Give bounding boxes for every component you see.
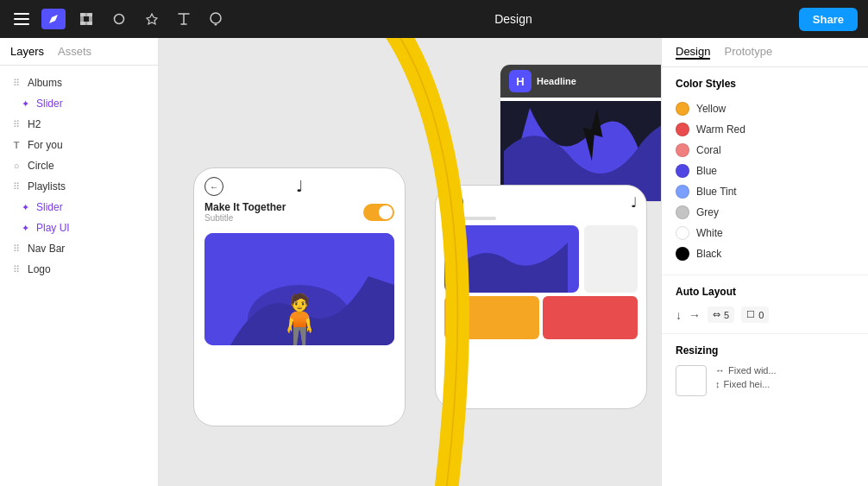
padding-icon: ☐ bbox=[746, 309, 755, 320]
sticker-panel-header: H Headline bbox=[500, 65, 661, 98]
arrow-down-icon[interactable]: ↓ bbox=[676, 308, 682, 322]
panel-tabs: Layers Assets bbox=[0, 38, 158, 66]
color-swatch-warm-red bbox=[676, 123, 689, 136]
layer-item-nav-bar[interactable]: ⠿ Nav Bar bbox=[0, 238, 158, 259]
frame-tool[interactable] bbox=[74, 9, 98, 29]
tab-assets[interactable]: Assets bbox=[58, 45, 91, 58]
layer-item-albums[interactable]: ⠿ Albums bbox=[0, 73, 158, 93]
color-name-blue: Blue bbox=[696, 165, 717, 177]
layer-name-for-you: For you bbox=[28, 139, 63, 151]
move-tool[interactable] bbox=[41, 9, 66, 29]
color-item-grey[interactable]: Grey bbox=[676, 202, 854, 223]
color-name-grey: Grey bbox=[696, 206, 719, 218]
phone-music-icon-left: ♩ bbox=[296, 177, 303, 196]
layer-item-for-you[interactable]: T For you bbox=[0, 135, 158, 155]
layer-item-slider2[interactable]: ✦ Slider bbox=[0, 197, 158, 218]
toolbar-center: Design bbox=[235, 12, 792, 26]
color-name-white: White bbox=[696, 227, 723, 239]
color-swatch-coral bbox=[676, 143, 689, 157]
grid-icon-nav: ⠿ bbox=[10, 243, 22, 255]
color-styles-title: Color Styles bbox=[676, 78, 854, 90]
color-item-coral[interactable]: Coral bbox=[676, 140, 854, 161]
color-swatch-grey bbox=[676, 205, 689, 219]
tab-design[interactable]: Design bbox=[676, 45, 710, 60]
tab-layers[interactable]: Layers bbox=[10, 45, 44, 58]
phone-thumb bbox=[584, 225, 638, 293]
color-item-warm-red[interactable]: Warm Red bbox=[676, 119, 854, 140]
phone-title-left: Make It Together bbox=[204, 201, 286, 213]
layer-item-circle[interactable]: ○ Circle bbox=[0, 155, 158, 176]
color-item-blue[interactable]: Blue bbox=[676, 161, 854, 181]
right-panel-tabs: Design Prototype bbox=[662, 38, 868, 67]
tab-prototype[interactable]: Prototype bbox=[724, 45, 772, 60]
phone-album-image: ▶ bbox=[444, 225, 579, 293]
phone-back-btn-right[interactable]: ← bbox=[444, 193, 463, 211]
resizing-content: ↔ Fixed wid... ↕ Fixed hei... bbox=[676, 365, 854, 396]
fixed-height-label: Fixed hei... bbox=[724, 379, 771, 389]
toggle-switch-left[interactable] bbox=[363, 204, 394, 221]
spacing-field[interactable]: ⇔ 5 bbox=[708, 306, 734, 323]
color-name-warm-red: Warm Red bbox=[696, 123, 745, 136]
play-button-right[interactable]: ▶ bbox=[449, 269, 468, 288]
sticker-icon-label: H bbox=[516, 75, 524, 88]
fixed-width-label: Fixed wid... bbox=[728, 365, 777, 376]
phone-top-bar-left: ← ♩ bbox=[194, 168, 405, 201]
phone-image-area-left: 🧍 bbox=[204, 233, 394, 345]
resize-fixed-width[interactable]: ↔ Fixed wid... bbox=[715, 365, 777, 376]
color-swatch-blue-tint bbox=[676, 185, 689, 199]
toolbar-right: Share bbox=[799, 8, 858, 31]
color-name-black: Black bbox=[696, 248, 721, 260]
layer-item-play-ui[interactable]: ✦ Play UI bbox=[0, 218, 158, 238]
comment-tool[interactable] bbox=[204, 9, 228, 29]
padding-value: 0 bbox=[758, 310, 764, 320]
right-panel: Design Prototype Color Styles Yellow War… bbox=[661, 38, 868, 486]
fixed-width-icon: ↔ bbox=[715, 365, 725, 376]
layer-name-logo: Logo bbox=[28, 263, 51, 275]
layer-item-slider1[interactable]: ✦ Slider bbox=[0, 93, 158, 114]
color-swatch-white bbox=[676, 226, 689, 240]
toolbar: Design Share bbox=[0, 0, 868, 38]
resize-fixed-height[interactable]: ↕ Fixed hei... bbox=[715, 379, 777, 389]
circle-tool[interactable] bbox=[107, 9, 131, 29]
pen-tool[interactable] bbox=[140, 9, 164, 29]
share-button[interactable]: Share bbox=[799, 8, 858, 31]
color-item-yellow[interactable]: Yellow bbox=[676, 98, 854, 119]
text-tool[interactable] bbox=[173, 9, 195, 29]
arrow-right-icon[interactable]: → bbox=[689, 308, 701, 322]
sticker-panel: H Headline ✳ bbox=[500, 64, 661, 202]
color-swatch-black bbox=[676, 247, 689, 261]
color-name-blue-tint: Blue Tint bbox=[696, 186, 737, 198]
canvas[interactable]: H Headline ✳ bbox=[159, 38, 661, 486]
layer-item-h2[interactable]: ⠿ H2 bbox=[0, 114, 158, 135]
color-item-white[interactable]: White bbox=[676, 223, 854, 243]
layer-name-albums: Albums bbox=[28, 77, 62, 89]
grid-icon-playlists: ⠿ bbox=[10, 181, 22, 193]
color-name-yellow: Yellow bbox=[696, 103, 726, 115]
layer-item-playlists[interactable]: ⠿ Playlists bbox=[0, 176, 158, 197]
phone-top-bar-right: ← ♩ bbox=[436, 186, 646, 211]
padding-field[interactable]: ☐ 0 bbox=[741, 306, 769, 323]
spacing-value: 5 bbox=[724, 310, 729, 320]
sticker-icon: H bbox=[509, 70, 531, 92]
spacing-icon: ⇔ bbox=[713, 309, 720, 320]
layer-item-logo[interactable]: ⠿ Logo bbox=[0, 259, 158, 280]
toolbar-title: Design bbox=[494, 12, 532, 26]
menu-button[interactable] bbox=[10, 9, 33, 28]
resizing-title: Resizing bbox=[676, 344, 854, 357]
resize-options: ↔ Fixed wid... ↕ Fixed hei... bbox=[715, 365, 777, 389]
color-swatch-blue bbox=[676, 164, 689, 178]
layer-name-playlists: Playlists bbox=[28, 180, 66, 193]
phone-progress-bar bbox=[444, 217, 496, 220]
color-item-blue-tint[interactable]: Blue Tint bbox=[676, 181, 854, 202]
phone-back-btn-left[interactable]: ← bbox=[204, 177, 223, 196]
text-icon: T bbox=[10, 140, 22, 150]
color-item-black[interactable]: Black bbox=[676, 243, 854, 264]
svg-rect-1 bbox=[14, 18, 29, 20]
auto-layout-title: Auto Layout bbox=[676, 286, 854, 298]
toolbar-left bbox=[10, 9, 228, 29]
strip-yellow bbox=[444, 296, 539, 339]
phone-music-icon-right: ♩ bbox=[631, 194, 638, 211]
sticker-panel-title: Headline bbox=[537, 76, 576, 86]
diamond-icon-2: ✦ bbox=[19, 202, 31, 213]
grid-icon: ⠿ bbox=[10, 78, 22, 89]
